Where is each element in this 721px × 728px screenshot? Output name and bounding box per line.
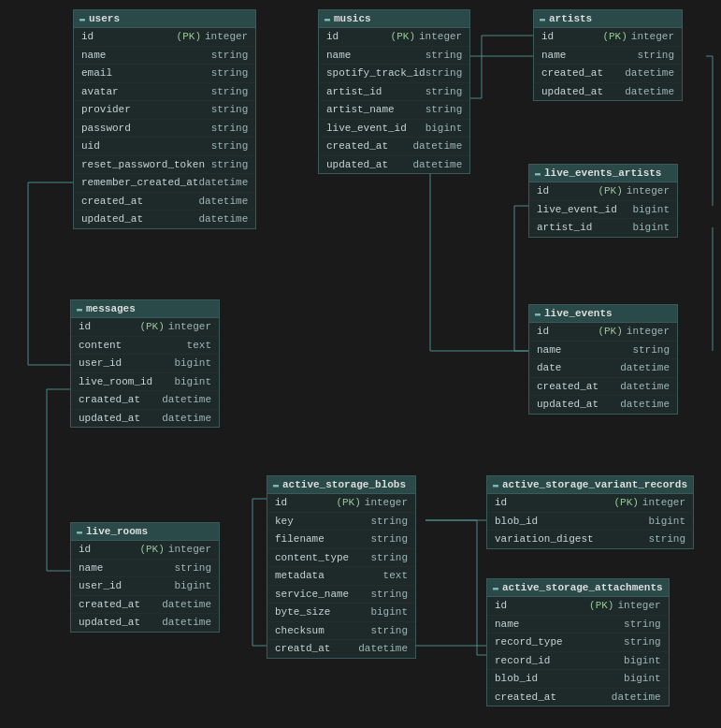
field-name: created_at: [537, 379, 598, 395]
field-name: created_at: [79, 597, 140, 613]
table-row: id(PK)integer: [74, 28, 255, 47]
table-row: creatd_atdatetime: [267, 640, 415, 658]
field-name: id: [495, 598, 507, 614]
table-row: checksumstring: [267, 622, 415, 641]
table-live_events_artists: ▬live_events_artistsid(PK)integerlive_ev…: [528, 164, 678, 238]
table-row: namestring: [319, 47, 469, 66]
table-row: user_idbigint: [71, 355, 219, 373]
field-type: string: [648, 531, 685, 547]
field-type: string: [425, 84, 463, 100]
field-name: service_name: [275, 587, 349, 603]
field-type-text: string: [211, 104, 249, 115]
table-row: variation_digeststring: [487, 531, 693, 548]
field-name: remember_created_at: [81, 175, 198, 191]
table-icon-active_storage_attachments: ▬: [493, 583, 498, 593]
field-type-text: datetime: [162, 394, 211, 405]
field-name: id: [541, 29, 554, 45]
field-pk: (PK): [336, 497, 360, 508]
field-name: name: [81, 48, 106, 64]
field-type-text: string: [370, 516, 408, 527]
field-type-text: bigint: [174, 580, 211, 591]
table-row: service_namestring: [267, 586, 415, 604]
table-row: providerstring: [74, 101, 255, 120]
field-type: string: [637, 48, 674, 64]
table-icon-users: ▬: [79, 14, 85, 24]
field-type-text: string: [624, 636, 661, 648]
field-type: string: [370, 587, 408, 603]
table-row: created_atdatetime: [487, 689, 669, 706]
field-type-text: bigint: [632, 204, 670, 215]
field-type: datetime: [412, 138, 462, 154]
table-title-active_storage_blobs: active_storage_blobs: [282, 479, 406, 490]
field-type-text: string: [425, 104, 463, 115]
table-row: id(PK)integer: [529, 323, 677, 342]
field-type-text: text: [187, 340, 211, 351]
field-name: id: [79, 542, 91, 558]
table-row: artist_idbigint: [529, 219, 677, 237]
field-type: string: [211, 138, 249, 154]
field-name: live_event_id: [326, 121, 407, 137]
table-title-live_events_artists: live_events_artists: [544, 167, 661, 179]
field-type: datetime: [162, 615, 211, 631]
table-row: emailstring: [74, 65, 255, 83]
field-name: name: [537, 342, 561, 358]
table-title-artists: artists: [549, 13, 592, 24]
field-type: datetime: [620, 379, 670, 395]
field-type-text: integer: [168, 321, 211, 332]
field-type-text: string: [632, 344, 670, 356]
field-name: content_type: [275, 550, 349, 566]
field-name: date: [537, 360, 561, 376]
table-header-active_storage_attachments[interactable]: ▬active_storage_attachments: [487, 579, 669, 597]
field-name: blob_id: [495, 514, 538, 530]
field-type: datetime: [198, 175, 248, 191]
field-type: (PK)integer: [589, 598, 661, 614]
field-type-text: string: [174, 562, 211, 574]
table-header-active_storage_variant_records[interactable]: ▬active_storage_variant_records: [487, 476, 693, 494]
field-type-text: integer: [627, 185, 670, 197]
field-type-text: integer: [419, 31, 462, 42]
field-type-text: string: [425, 50, 463, 61]
field-name: updated_at: [79, 615, 140, 631]
field-name: filename: [275, 531, 324, 547]
table-row: id(PK)integer: [534, 28, 682, 47]
field-type: datetime: [358, 641, 408, 657]
table-header-live_rooms[interactable]: ▬live_rooms: [71, 523, 219, 541]
table-header-live_events_artists[interactable]: ▬live_events_artists: [529, 165, 677, 182]
field-type: string: [624, 634, 661, 650]
field-type-text: datetime: [620, 362, 670, 373]
field-name: uid: [81, 138, 100, 154]
field-type: datetime: [612, 690, 661, 706]
table-icon-live_events: ▬: [535, 309, 541, 319]
table-row: byte_sizebigint: [267, 604, 415, 622]
table-title-live_events: live_events: [544, 308, 613, 319]
field-type: string: [211, 84, 249, 100]
field-type: string: [211, 48, 249, 64]
table-row: updated_atdatetime: [71, 614, 219, 632]
field-name: variation_digest: [495, 531, 594, 547]
field-type-text: datetime: [612, 692, 661, 703]
table-row: craated_atdatetime: [71, 391, 219, 410]
table-icon-artists: ▬: [540, 14, 545, 24]
table-header-live_events[interactable]: ▬live_events: [529, 305, 677, 323]
table-header-active_storage_blobs[interactable]: ▬active_storage_blobs: [267, 476, 415, 494]
table-header-artists[interactable]: ▬artists: [534, 10, 682, 28]
field-type-text: integer: [642, 497, 685, 508]
table-header-users[interactable]: ▬users: [74, 10, 255, 28]
table-icon-musics: ▬: [324, 14, 330, 24]
table-header-messages[interactable]: ▬messages: [71, 300, 219, 318]
table-row: record_idbigint: [487, 652, 669, 671]
field-type-text: string: [648, 533, 685, 545]
table-row: id(PK)integer: [71, 541, 219, 560]
field-type-text: datetime: [412, 159, 462, 170]
field-name: created_at: [541, 66, 603, 81]
field-type: datetime: [412, 157, 462, 173]
table-row: artist_idstring: [319, 83, 469, 102]
table-title-active_storage_attachments: active_storage_attachments: [502, 582, 663, 593]
field-type: string: [425, 66, 463, 81]
field-type: string: [370, 514, 408, 530]
table-row: record_typestring: [487, 633, 669, 652]
table-live_rooms: ▬live_roomsid(PK)integernamestringuser_i…: [70, 522, 220, 633]
field-type: (PK)integer: [139, 542, 211, 558]
table-header-musics[interactable]: ▬musics: [319, 10, 469, 28]
field-type: bigint: [370, 604, 408, 620]
